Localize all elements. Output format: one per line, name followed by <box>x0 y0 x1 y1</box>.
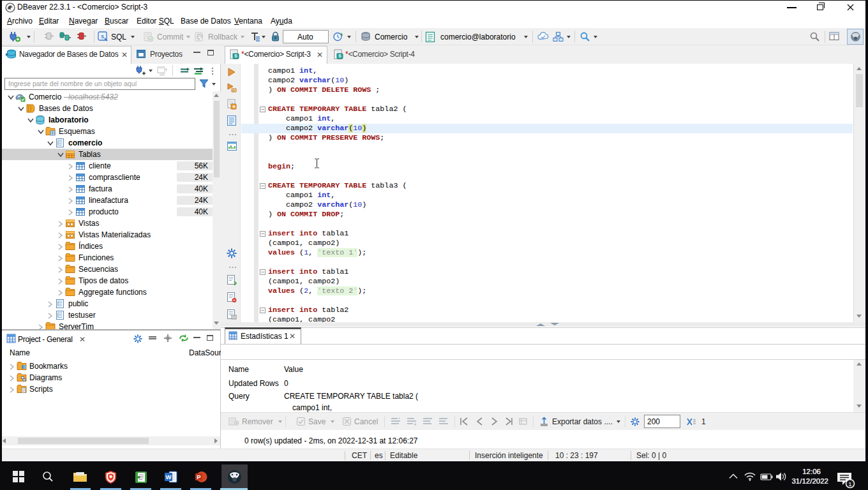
svg-text:S: S <box>234 54 237 58</box>
svg-text:W: W <box>166 473 172 480</box>
svg-text:P: P <box>197 473 201 480</box>
svg-text:S: S <box>338 54 341 58</box>
svg-text:S: S <box>101 34 104 39</box>
svg-text:1: 1 <box>848 480 851 487</box>
